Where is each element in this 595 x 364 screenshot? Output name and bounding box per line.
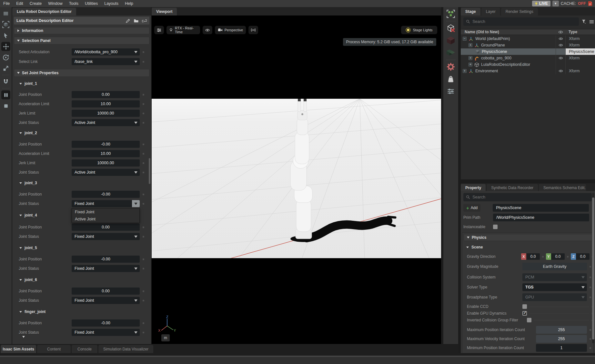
edit-icon[interactable] (126, 18, 130, 23)
max-velocity-iteration-field[interactable]: 255 (536, 335, 587, 343)
tab-semantics-schema-editor[interactable]: Semantics Schema Edit... (539, 184, 586, 192)
default-indicator-dot[interactable] (590, 297, 591, 298)
remove-collider-icon[interactable] (445, 23, 456, 34)
default-indicator-dot[interactable] (590, 347, 591, 349)
joint-status-dropdown[interactable]: Fixed Joint (72, 297, 140, 304)
section-selection-panel[interactable]: Selection Panel (14, 37, 149, 45)
visibility-eye-icon[interactable] (556, 55, 565, 61)
instanceable-checkbox[interactable] (493, 225, 498, 229)
menu-edit[interactable]: Edit (16, 1, 23, 6)
joint-position-field[interactable]: -0.00 (72, 319, 140, 327)
stage-row-world[interactable]: − World (defaultPrim) Xform (461, 35, 595, 42)
joint-header[interactable]: joint_5 (12, 245, 151, 251)
joint-position-field[interactable]: 0.00 (72, 91, 140, 98)
menu-utilities[interactable]: Utilities (85, 1, 98, 6)
cursor-tool-icon[interactable] (1, 31, 10, 40)
broadcast-button[interactable] (248, 26, 258, 34)
joint-status-dropdown[interactable]: Fixed Joint (72, 265, 140, 272)
default-indicator-dot[interactable] (143, 300, 144, 301)
pause-button-icon[interactable] (1, 90, 10, 99)
expand-icon[interactable]: + (463, 69, 467, 73)
tab-layer[interactable]: Layer (481, 8, 500, 15)
tab-viewport[interactable]: Viewport (152, 8, 177, 15)
camera-button[interactable]: Perspective (215, 26, 246, 34)
stage-row-lula-editor[interactable]: + LulaRobotDescriptionEditor (461, 61, 595, 68)
default-indicator-dot[interactable] (542, 256, 544, 258)
option-fixed-joint[interactable]: Fixed Joint (72, 208, 139, 216)
inverted-collision-group-filter-checkbox[interactable] (527, 318, 531, 322)
physics-section-header[interactable]: Physics (464, 234, 592, 241)
visibility-eye-icon[interactable] (556, 68, 565, 74)
menu-tools[interactable]: Tools (69, 1, 78, 6)
visibility-eye-icon[interactable] (556, 42, 565, 48)
left-panel-scrollbar[interactable] (149, 158, 150, 184)
live-dropdown-button[interactable]: ▼ (552, 1, 559, 6)
stage-row-groundplane[interactable]: + GroundPlane Xform (461, 42, 595, 48)
default-indicator-dot[interactable] (143, 227, 144, 228)
joint-header[interactable]: joint_6 (12, 277, 151, 283)
menu-create[interactable]: Create (30, 1, 42, 6)
joint-header[interactable]: joint_3 (12, 180, 151, 186)
property-scr ollbar-thumb[interactable] (592, 197, 594, 339)
filter-funnel-icon[interactable] (582, 19, 586, 24)
viewport-3d-canvas[interactable]: RTX - Real-Time Perspective Stage Lights… (152, 15, 441, 344)
link-icon[interactable] (142, 18, 147, 23)
default-indicator-dot[interactable] (143, 162, 144, 164)
joint-position-field[interactable]: -0.00 (72, 191, 140, 198)
joint-position-field[interactable]: 0.00 (72, 224, 140, 231)
menu-layouts[interactable]: Layouts (104, 1, 118, 6)
column-name[interactable]: Name (Old to New) (461, 30, 556, 34)
section-information[interactable]: Information (14, 27, 149, 34)
stage-search-input[interactable] (472, 19, 576, 24)
enable-gpu-dynamics-checkbox[interactable] (522, 311, 527, 316)
property-search-input[interactable] (472, 195, 589, 199)
visibility-eye-icon[interactable] (556, 35, 565, 42)
default-indicator-dot[interactable] (143, 61, 144, 63)
select-prims-icon[interactable] (445, 8, 456, 19)
default-indicator-dot[interactable] (143, 194, 144, 195)
acceleration-limit-field[interactable]: 10.00 (72, 100, 140, 107)
scale-tool-icon[interactable] (1, 64, 10, 73)
min-position-iteration-field[interactable]: 1 (536, 344, 587, 352)
solver-type-dropdown[interactable]: TGS (522, 283, 587, 291)
default-indicator-dot[interactable] (143, 94, 144, 96)
default-indicator-dot[interactable] (143, 172, 144, 173)
open-folder-icon[interactable] (134, 18, 139, 23)
column-type[interactable]: Type (565, 30, 577, 34)
menu-help[interactable]: Help (125, 1, 133, 6)
gravity-z-field[interactable]: 0.0 (576, 253, 590, 260)
rotate-tool-icon[interactable] (1, 53, 10, 62)
gravity-y-field[interactable]: 0.0 (551, 253, 565, 260)
joint-status-dropdown[interactable]: Active Joint (72, 169, 140, 176)
prim-path-field[interactable]: /World/PhysicsScene (493, 214, 589, 221)
default-indicator-dot[interactable] (143, 51, 144, 53)
expand-icon[interactable]: + (469, 63, 472, 66)
joint-position-field[interactable]: -0.00 (72, 141, 140, 148)
viewport-settings-button[interactable] (154, 26, 164, 34)
select-articulation-dropdown[interactable]: /World/cobotta_pro_900 (72, 48, 140, 56)
default-indicator-dot[interactable] (143, 103, 144, 105)
default-indicator-dot[interactable] (590, 329, 591, 331)
option-active-joint[interactable]: Active Joint (72, 216, 139, 223)
options-menu-icon[interactable] (589, 19, 594, 24)
tab-content[interactable]: Content (37, 345, 71, 353)
prim-name-field[interactable]: PhysicsScene (493, 204, 589, 212)
section-set-joint-properties[interactable]: Set Joint Properties (14, 69, 149, 77)
default-indicator-dot[interactable] (143, 113, 144, 114)
property-search-box[interactable] (463, 193, 592, 201)
column-visibility-eye-icon[interactable] (556, 30, 565, 34)
expand-icon[interactable]: + (469, 56, 472, 60)
menu-file[interactable]: File (3, 1, 10, 6)
stage-row-environment[interactable]: + Environment Xform (461, 68, 595, 74)
menu-window[interactable]: Window (48, 1, 62, 6)
stage-row-cobotta[interactable]: + cobotta_pro_900 Xform (461, 55, 595, 61)
stop-button-icon[interactable] (1, 101, 10, 110)
snap-tool-icon[interactable] (1, 77, 10, 86)
renderer-button[interactable]: RTX - Real-Time (166, 26, 200, 34)
joint-header[interactable]: joint_2 (12, 130, 151, 136)
default-indicator-dot[interactable] (590, 266, 591, 268)
gravity-magnitude-field[interactable]: Earth Gravity (522, 263, 587, 270)
add-button[interactable]: + Add (463, 204, 480, 212)
default-indicator-dot[interactable] (143, 268, 144, 269)
joint-status-dropdown[interactable]: Fixed Joint (72, 329, 140, 336)
